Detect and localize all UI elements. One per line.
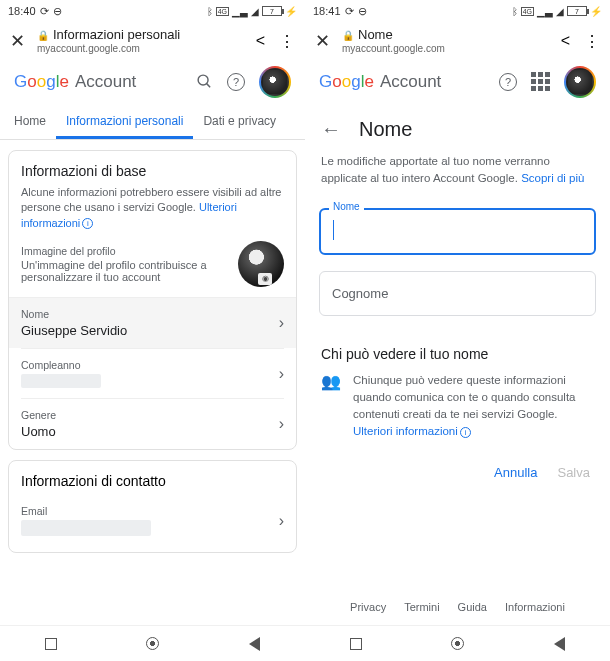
search-icon[interactable] bbox=[196, 73, 213, 90]
more-icon[interactable]: ⋮ bbox=[279, 32, 295, 51]
footer-links: Privacy Termini Guida Informazioni bbox=[305, 581, 610, 625]
profile-photo-desc: Un'immagine del profilo contribuisce a p… bbox=[21, 259, 230, 283]
content-area: Informazioni di base Alcune informazioni… bbox=[0, 140, 305, 625]
avatar[interactable] bbox=[564, 66, 596, 98]
text-cursor bbox=[333, 220, 334, 240]
sync-icon: ⟳ bbox=[345, 5, 354, 18]
nav-home-icon[interactable] bbox=[146, 637, 159, 650]
first-name-label: Nome bbox=[329, 201, 364, 212]
volte-icon: 4G bbox=[216, 7, 229, 16]
camera-icon: ◉ bbox=[258, 273, 272, 285]
bluetooth-icon: ᛒ bbox=[207, 6, 213, 17]
footer-help[interactable]: Guida bbox=[458, 601, 487, 613]
signal-icon: ▁▃ bbox=[232, 6, 248, 17]
status-time: 18:40 bbox=[8, 5, 36, 17]
info-icon: i bbox=[460, 427, 471, 438]
volte-icon: 4G bbox=[521, 7, 534, 16]
tab-home[interactable]: Home bbox=[4, 104, 56, 139]
cancel-button[interactable]: Annulla bbox=[494, 465, 537, 480]
contact-heading: Informazioni di contatto bbox=[21, 473, 284, 489]
phone-left: 18:40 ⟳ ⊖ ᛒ 4G ▁▃ ◢ 7 ⚡ ✕ 🔒Informazioni … bbox=[0, 0, 305, 661]
nav-home-icon[interactable] bbox=[451, 637, 464, 650]
help-icon[interactable]: ? bbox=[499, 73, 517, 91]
svg-line-1 bbox=[207, 84, 211, 88]
profile-photo[interactable]: ◉ bbox=[238, 241, 284, 287]
footer-info[interactable]: Informazioni bbox=[505, 601, 565, 613]
avatar[interactable] bbox=[259, 66, 291, 98]
save-button[interactable]: Salva bbox=[557, 465, 590, 480]
basic-info-desc: Alcune informazioni potrebbero essere vi… bbox=[21, 185, 284, 231]
status-bar: 18:40 ⟳ ⊖ ᛒ 4G ▁▃ ◢ 7 ⚡ bbox=[0, 0, 305, 22]
profile-photo-row[interactable]: Immagine del profilo Un'immagine del pro… bbox=[21, 241, 284, 297]
footer-privacy[interactable]: Privacy bbox=[350, 601, 386, 613]
charge-icon: ⚡ bbox=[285, 6, 297, 17]
back-arrow-icon[interactable]: ← bbox=[321, 118, 341, 141]
nav-recent-icon[interactable] bbox=[350, 638, 362, 650]
more-icon[interactable]: ⋮ bbox=[584, 32, 600, 51]
google-account-logo: Google Account bbox=[14, 72, 136, 92]
close-icon[interactable]: ✕ bbox=[315, 30, 330, 52]
surname-input[interactable] bbox=[319, 271, 596, 316]
battery-icon: 7 bbox=[567, 6, 587, 16]
surname-field[interactable] bbox=[319, 271, 596, 316]
signal-icon: ▁▃ bbox=[537, 6, 553, 17]
page-description: Le modifiche apportate al tuo nome verra… bbox=[305, 147, 610, 200]
battery-icon: 7 bbox=[262, 6, 282, 16]
url-text: myaccount.google.com bbox=[342, 43, 445, 54]
gender-row[interactable]: Genere Uomo › bbox=[21, 398, 284, 449]
gender-value: Uomo bbox=[21, 424, 279, 439]
nav-back-icon[interactable] bbox=[554, 637, 565, 651]
help-icon[interactable]: ? bbox=[227, 73, 245, 91]
app-header: Google Account ? bbox=[0, 60, 305, 104]
tabs: Home Informazioni personali Dati e priva… bbox=[0, 104, 305, 140]
apps-icon[interactable] bbox=[531, 72, 550, 91]
lock-icon: 🔒 bbox=[342, 30, 354, 41]
nav-recent-icon[interactable] bbox=[45, 638, 57, 650]
charge-icon: ⚡ bbox=[590, 6, 602, 17]
wifi-icon: ◢ bbox=[251, 6, 259, 17]
visibility-heading: Chi può vedere il tuo nome bbox=[305, 324, 610, 368]
browser-bar: ✕ 🔒Nome myaccount.google.com < ⋮ bbox=[305, 22, 610, 60]
contact-info-card: Informazioni di contatto Email › bbox=[8, 460, 297, 553]
birthday-row[interactable]: Compleanno › bbox=[21, 348, 284, 398]
tab-data-privacy[interactable]: Dati e privacy bbox=[193, 104, 286, 139]
learn-more-link[interactable]: Scopri di più bbox=[521, 172, 584, 184]
google-account-logo: Google Account bbox=[319, 72, 441, 92]
android-nav-bar bbox=[0, 625, 305, 661]
share-icon[interactable]: < bbox=[561, 32, 570, 50]
info-icon: i bbox=[82, 218, 93, 229]
people-icon: 👥 bbox=[321, 372, 341, 441]
footer-terms[interactable]: Termini bbox=[404, 601, 439, 613]
android-nav-bar bbox=[305, 625, 610, 661]
browser-bar: ✕ 🔒Informazioni personali myaccount.goog… bbox=[0, 22, 305, 60]
tab-personal-info[interactable]: Informazioni personali bbox=[56, 104, 193, 139]
gender-label: Genere bbox=[21, 409, 279, 421]
back-header: ← Nome bbox=[305, 104, 610, 147]
chevron-right-icon: › bbox=[279, 415, 284, 433]
page-title-small: Nome bbox=[358, 27, 393, 42]
status-time: 18:41 bbox=[313, 5, 341, 17]
close-icon[interactable]: ✕ bbox=[10, 30, 25, 52]
page-title: Nome bbox=[359, 118, 412, 141]
dnd-icon: ⊖ bbox=[53, 5, 62, 18]
name-value: Giuseppe Servidio bbox=[21, 323, 279, 338]
url-block[interactable]: 🔒Informazioni personali myaccount.google… bbox=[37, 28, 180, 53]
status-bar: 18:41 ⟳ ⊖ ᛒ 4G ▁▃ ◢ 7 ⚡ bbox=[305, 0, 610, 22]
email-row[interactable]: Email › bbox=[21, 505, 284, 546]
chevron-right-icon: › bbox=[279, 512, 284, 530]
chevron-right-icon: › bbox=[279, 365, 284, 383]
name-row[interactable]: Nome Giuseppe Servidio › bbox=[9, 297, 296, 348]
page-title-small: Informazioni personali bbox=[53, 27, 180, 42]
first-name-field[interactable]: Nome bbox=[319, 208, 596, 255]
visibility-more-link[interactable]: Ulteriori informazioni bbox=[353, 425, 458, 437]
lock-icon: 🔒 bbox=[37, 30, 49, 41]
first-name-input[interactable] bbox=[319, 208, 596, 255]
birthday-value-placeholder bbox=[21, 374, 101, 388]
url-block[interactable]: 🔒Nome myaccount.google.com bbox=[342, 28, 445, 53]
app-header: Google Account ? bbox=[305, 60, 610, 104]
visibility-text: Chiunque può vedere queste informazioni … bbox=[353, 372, 594, 441]
nav-back-icon[interactable] bbox=[249, 637, 260, 651]
birthday-label: Compleanno bbox=[21, 359, 279, 371]
share-icon[interactable]: < bbox=[256, 32, 265, 50]
name-label: Nome bbox=[21, 308, 279, 320]
